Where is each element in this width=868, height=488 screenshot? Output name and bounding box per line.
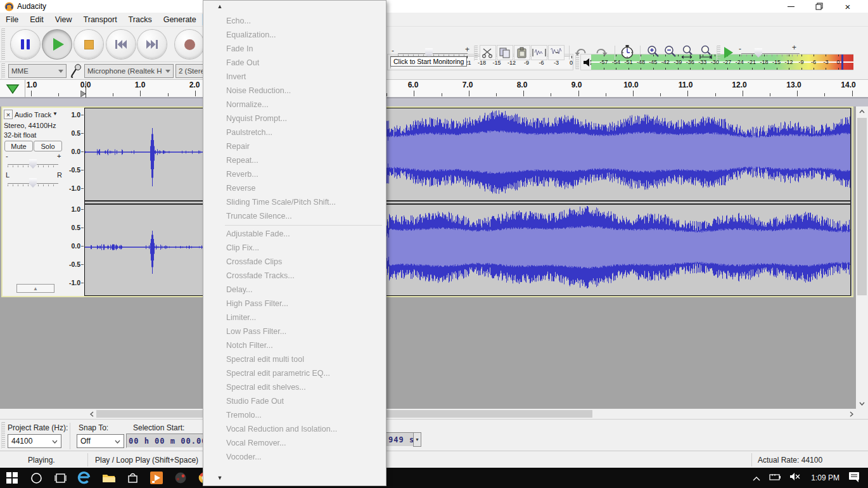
menu-item-high-pass-filter[interactable]: High Pass Filter... bbox=[203, 297, 386, 311]
copy-button[interactable] bbox=[497, 45, 513, 60]
menu-item-notch-filter[interactable]: Notch Filter... bbox=[203, 338, 386, 352]
menu-item-fade-out[interactable]: Fade Out bbox=[203, 56, 386, 70]
timeline-ruler[interactable]: 1.00.01.02.06.07.08.09.010.011.012.013.0… bbox=[0, 80, 868, 98]
redo-button[interactable] bbox=[592, 45, 610, 60]
scroll-right-icon[interactable] bbox=[846, 409, 856, 419]
menu-item-normalize[interactable]: Normalize... bbox=[203, 98, 386, 112]
scroll-up-icon[interactable] bbox=[856, 106, 868, 117]
track-close-button[interactable]: × bbox=[4, 110, 13, 119]
zoom-in-button[interactable] bbox=[645, 44, 661, 60]
scroll-down-icon[interactable] bbox=[856, 399, 868, 409]
waveform-canvas[interactable] bbox=[85, 108, 850, 295]
device-toolbar-grabber[interactable] bbox=[1, 63, 5, 79]
task-view-icon[interactable] bbox=[53, 470, 68, 485]
skip-to-end-button[interactable] bbox=[137, 30, 167, 59]
menu-item-invert[interactable]: Invert bbox=[203, 70, 386, 84]
snap-to-select[interactable]: Off bbox=[77, 434, 124, 448]
scroll-left-icon[interactable] bbox=[87, 409, 96, 419]
undo-button[interactable] bbox=[572, 45, 590, 60]
recording-device-select[interactable]: Microphone (Realtek H bbox=[84, 64, 174, 78]
menu-item-reverse[interactable]: Reverse bbox=[203, 181, 386, 195]
horizontal-scrollbar[interactable] bbox=[0, 409, 868, 419]
menu-item-paulstretch[interactable]: Paulstretch... bbox=[203, 125, 386, 139]
menu-item-sliding-time-scale-pitch-shift[interactable]: Sliding Time Scale/Pitch Shift... bbox=[203, 195, 386, 209]
mute-button[interactable]: Mute bbox=[4, 141, 33, 151]
edit-toolbar-grabber[interactable] bbox=[474, 46, 478, 61]
play-at-speed-grabber[interactable] bbox=[717, 46, 720, 61]
silence-audio-button[interactable] bbox=[548, 45, 565, 60]
menu-item-vocoder[interactable]: Vocoder... bbox=[203, 450, 386, 464]
menu-item-spectral-edit-shelves[interactable]: Spectral edit shelves... bbox=[203, 380, 386, 394]
solo-button[interactable]: Solo bbox=[34, 141, 62, 151]
menu-item-nyquist-prompt[interactable]: Nyquist Prompt... bbox=[203, 112, 386, 125]
scrub-bar[interactable] bbox=[0, 98, 868, 106]
play-button[interactable] bbox=[42, 30, 72, 59]
skip-to-start-button[interactable] bbox=[106, 30, 136, 59]
fit-selection-button[interactable] bbox=[679, 44, 697, 60]
menu-item-repeat[interactable]: Repeat... bbox=[203, 153, 386, 167]
file-explorer-icon[interactable] bbox=[101, 470, 116, 485]
menu-view[interactable]: View bbox=[49, 14, 78, 25]
transport-grabber[interactable] bbox=[1, 29, 5, 60]
track-vertical-ruler[interactable]: 1.00.50.0-0.5-1.0 1.00.50.0-0.5-1.0 bbox=[63, 108, 84, 296]
menu-item-vocal-reduction-and-isolation[interactable]: Vocal Reduction and Isolation... bbox=[203, 422, 386, 436]
audio-host-select[interactable]: MME bbox=[8, 64, 67, 78]
stop-button[interactable] bbox=[74, 30, 103, 59]
playback-volume-slider[interactable] bbox=[398, 53, 468, 54]
taskbar-clock[interactable]: 1:09 PM bbox=[811, 473, 839, 482]
restore-button[interactable] bbox=[807, 0, 832, 13]
menu-item-delay[interactable]: Delay... bbox=[203, 283, 386, 297]
menu-file[interactable]: File bbox=[0, 14, 24, 25]
battery-icon[interactable] bbox=[769, 472, 782, 484]
vertical-scroll-thumb[interactable] bbox=[857, 118, 867, 295]
paste-button[interactable] bbox=[514, 45, 530, 60]
menu-item-spectral-edit-multi-tool[interactable]: Spectral edit multi tool bbox=[203, 352, 386, 366]
vertical-scrollbar[interactable] bbox=[856, 106, 868, 409]
time-format-chevron[interactable]: ▼ bbox=[413, 432, 421, 447]
selection-start-field[interactable]: 00 h 00 m 00.000 bbox=[126, 433, 205, 448]
menu-generate[interactable]: Generate bbox=[158, 14, 202, 25]
play-at-speed-button[interactable] bbox=[721, 45, 736, 60]
track-menu-chevron-icon[interactable]: ▼ bbox=[53, 111, 58, 117]
menu-item-noise-reduction[interactable]: Noise Reduction... bbox=[203, 84, 386, 98]
menu-tracks[interactable]: Tracks bbox=[123, 14, 158, 25]
record-button[interactable] bbox=[175, 30, 204, 59]
minimize-button[interactable] bbox=[778, 0, 803, 13]
menu-item-crossfade-tracks[interactable]: Crossfade Tracks... bbox=[203, 269, 386, 283]
pause-button[interactable] bbox=[11, 30, 40, 59]
monitoring-tooltip[interactable]: Click to Start Monitoring bbox=[390, 56, 467, 67]
menu-item-crossfade-clips[interactable]: Crossfade Clips bbox=[203, 255, 386, 269]
timeline-pin-icon[interactable] bbox=[6, 84, 20, 94]
menu-item-vocal-remover[interactable]: Vocal Remover... bbox=[203, 436, 386, 450]
menu-item-truncate-silence[interactable]: Truncate Silence... bbox=[203, 209, 386, 223]
fit-project-button[interactable] bbox=[698, 44, 715, 60]
start-button[interactable] bbox=[4, 470, 20, 485]
menu-item-adjustable-fade[interactable]: Adjustable Fade... bbox=[203, 227, 386, 241]
search-icon[interactable] bbox=[29, 470, 44, 485]
menu-item-clip-fix[interactable]: Clip Fix... bbox=[203, 241, 386, 255]
app-icon[interactable] bbox=[173, 470, 188, 485]
menu-item-limiter[interactable]: Limiter... bbox=[203, 311, 386, 324]
menu-item-equalization[interactable]: Equalization... bbox=[203, 28, 386, 42]
trim-audio-button[interactable] bbox=[531, 45, 547, 60]
track-name[interactable]: Audio Track bbox=[15, 111, 51, 119]
hidden-icons-chevron[interactable] bbox=[753, 472, 760, 484]
edge-icon[interactable] bbox=[77, 470, 92, 485]
close-button[interactable]: × bbox=[835, 0, 860, 13]
collapse-track-button[interactable]: ▲ bbox=[16, 284, 54, 293]
menu-item-tremolo[interactable]: Tremolo... bbox=[203, 408, 386, 422]
menu-item-echo[interactable]: Echo... bbox=[203, 14, 386, 28]
menu-item-studio-fade-out[interactable]: Studio Fade Out bbox=[203, 394, 386, 408]
playhead-marker[interactable] bbox=[80, 91, 86, 97]
time-field-fragment[interactable]: 949 s bbox=[386, 432, 414, 447]
movies-tv-icon[interactable] bbox=[149, 470, 164, 485]
action-center-icon[interactable] bbox=[848, 472, 860, 485]
project-rate-select[interactable]: 44100 bbox=[8, 434, 61, 448]
menu-edit[interactable]: Edit bbox=[24, 14, 49, 25]
selection-toolbar-grabber[interactable] bbox=[1, 422, 5, 449]
cut-button[interactable] bbox=[480, 45, 496, 60]
store-icon[interactable] bbox=[125, 470, 140, 485]
menu-item-spectral-edit-parametric-eq[interactable]: Spectral edit parametric EQ... bbox=[203, 366, 386, 380]
menu-transport[interactable]: Transport bbox=[78, 14, 123, 25]
menu-item-repair[interactable]: Repair bbox=[203, 139, 386, 153]
